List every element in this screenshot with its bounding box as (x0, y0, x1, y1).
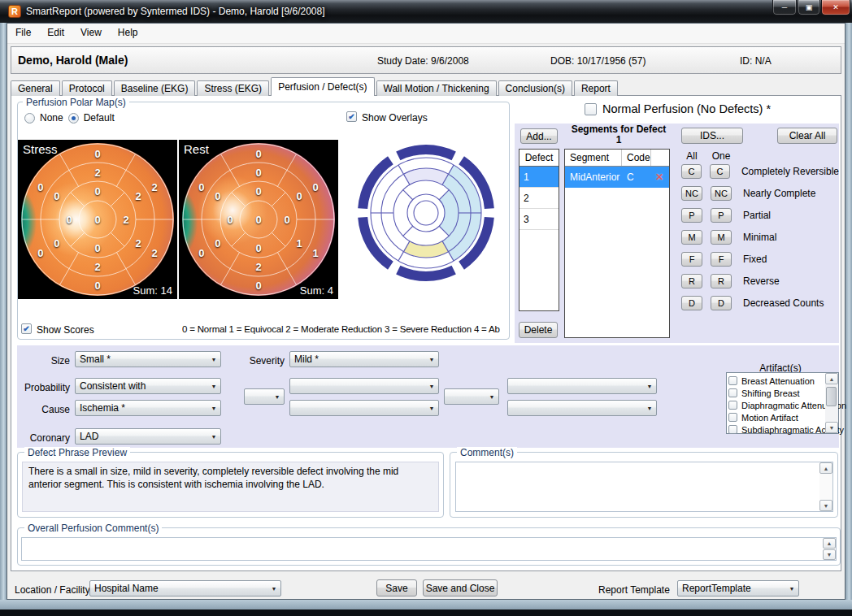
tab-perfusion-defect-s[interactable]: Perfusion / Defect(s) (271, 77, 374, 96)
scroll-up-icon[interactable]: ▲ (825, 373, 838, 384)
scroll-up-icon[interactable]: ▲ (819, 462, 832, 474)
save-button[interactable]: Save (376, 579, 417, 596)
code-all-c-button[interactable]: C (681, 164, 702, 179)
defect-list-item[interactable]: 2 (519, 188, 559, 209)
artifact-checkbox[interactable] (728, 425, 737, 434)
cause-value: Ischemia * (76, 402, 207, 414)
artifact-checkbox[interactable] (728, 388, 737, 397)
code-all-p-button[interactable]: P (681, 208, 702, 223)
defect-list-item[interactable]: 3 (519, 209, 559, 230)
overall-comments-textarea[interactable]: ▲ ▼ (21, 537, 837, 561)
tab-wall-motion-thickening[interactable]: Wall Motion / Thickening (376, 80, 497, 96)
menu-view[interactable]: View (72, 24, 110, 41)
tab-conclusion-s[interactable]: Conclusion(s) (498, 80, 572, 96)
code-one-p-button[interactable]: P (711, 208, 732, 223)
code-one-r-button[interactable]: R (711, 274, 732, 288)
scroll-up-icon[interactable]: ▲ (823, 538, 836, 549)
cause-combo[interactable]: Ischemia *▼ (75, 400, 221, 416)
segment-table[interactable]: Segment Code MidAnteriorC✕ (564, 149, 670, 338)
remove-segment-icon[interactable]: ✕ (651, 171, 667, 183)
artifact-item[interactable]: Breast Attenuation (727, 375, 838, 387)
close-button[interactable]: ✕ (821, 0, 850, 15)
menu-edit[interactable]: Edit (39, 24, 72, 41)
minimize-button[interactable]: ─ (772, 0, 797, 15)
code-all-m-button[interactable]: M (681, 230, 702, 245)
rest-polar-map[interactable]: Rest Sum: 4 00000001200001000 (179, 140, 338, 299)
report-template-combo[interactable]: ReportTemplate▼ (677, 580, 799, 596)
chevron-down-icon: ▼ (207, 434, 220, 440)
probability-combo[interactable]: Consistent with▼ (75, 378, 221, 394)
tab-baseline-ekg[interactable]: Baseline (EKG) (114, 80, 196, 96)
save-and-close-button[interactable]: Save and Close (423, 579, 498, 596)
scroll-down-icon[interactable]: ▼ (819, 500, 832, 511)
scroll-down-icon[interactable]: ▼ (823, 549, 836, 560)
comments-scrollbar[interactable]: ▲ ▼ (819, 462, 832, 511)
severity-combo[interactable]: Mild *▼ (289, 351, 439, 367)
extra-descriptor-combo-1[interactable]: ▼ (289, 378, 439, 394)
code-one-m-button[interactable]: M (711, 230, 732, 245)
tab-protocol[interactable]: Protocol (62, 80, 112, 96)
code-one-c-button[interactable]: C (710, 164, 730, 179)
artifact-checkbox[interactable] (728, 401, 737, 410)
segment-table-row[interactable]: MidAnteriorC✕ (565, 167, 669, 188)
artifact-item[interactable]: Subdiaphragmatic Activity (727, 423, 838, 436)
artifact-checkbox[interactable] (728, 413, 737, 422)
show-scores-checkbox[interactable]: ✔ (21, 323, 32, 334)
code-all-nc-button[interactable]: NC (681, 186, 702, 201)
scroll-down-icon[interactable]: ▼ (825, 422, 838, 433)
minimize-icon: ─ (782, 3, 787, 11)
stress-polar-map[interactable]: Stress Sum: 14 00200222200022000 (18, 140, 177, 299)
conjunction-combo-1[interactable]: ▼ (244, 388, 285, 405)
artifact-item[interactable]: Shifting Breast (727, 387, 838, 399)
polar-radio-default[interactable] (68, 113, 79, 124)
tab-general[interactable]: General (11, 80, 60, 96)
artifacts-listbox[interactable]: Breast AttenuationShifting BreastDiaphra… (726, 372, 839, 434)
maximize-button[interactable]: ▣ (798, 0, 820, 15)
chevron-down-icon: ▼ (643, 384, 656, 389)
overall-comments-scrollbar[interactable]: ▲ ▼ (823, 538, 836, 560)
code-button-row: NCNCNearly Complete (681, 186, 839, 201)
code-button-row: CCCompletely Reversible (681, 164, 839, 179)
artifacts-scrollbar[interactable]: ▲ ▼ (825, 373, 838, 433)
segment-score: 0 (94, 280, 100, 292)
extra-descriptor-combo-4[interactable]: ▼ (507, 400, 657, 416)
tab-stress-ekg[interactable]: Stress (EKG) (197, 80, 269, 96)
menu-file[interactable]: File (7, 24, 39, 41)
add-defect-button[interactable]: Add... (520, 128, 558, 144)
defect-listbox[interactable]: Defect 123 (519, 149, 559, 311)
clear-all-button[interactable]: Clear All (777, 128, 837, 144)
segment-score: 2 (255, 261, 261, 273)
segment-overlay-wheel[interactable] (354, 141, 498, 284)
extra-descriptor-combo-2[interactable]: ▼ (289, 400, 439, 416)
taskbar-strip (0, 609, 852, 616)
coronary-combo[interactable]: LAD▼ (75, 428, 221, 445)
artifact-checkbox[interactable] (728, 376, 737, 385)
location-facility-combo[interactable]: Hospital Name▼ (89, 580, 281, 596)
ids-button[interactable]: IDS... (681, 128, 743, 144)
conjunction-combo-2[interactable]: ▼ (444, 388, 499, 405)
defect-list-item[interactable]: 1 (519, 167, 559, 188)
normal-perfusion-checkbox[interactable]: ✔ (585, 103, 597, 115)
size-combo[interactable]: Small *▼ (75, 351, 221, 367)
code-all-r-button[interactable]: R (681, 274, 702, 288)
artifact-item[interactable]: Motion Artifact (727, 411, 838, 423)
severity-label: Severity (244, 355, 285, 367)
segment-score: 0 (94, 185, 100, 197)
check-icon: ✔ (23, 325, 29, 333)
code-one-nc-button[interactable]: NC (711, 186, 732, 201)
code-one-f-button[interactable]: F (711, 252, 732, 267)
artifact-item[interactable]: Diaphragmatic Attenuation (727, 399, 838, 411)
comments-textarea[interactable]: ▲ ▼ (455, 462, 833, 512)
code-one-d-button[interactable]: D (711, 296, 732, 310)
delete-defect-button[interactable]: Delete (519, 322, 558, 338)
code-all-f-button[interactable]: F (681, 252, 702, 267)
menu-help[interactable]: Help (110, 24, 146, 41)
normal-perfusion-label: Normal Perfusion (No Defects) * (602, 102, 771, 115)
scrollbar-thumb[interactable] (826, 387, 837, 406)
polar-radio-none[interactable] (24, 113, 35, 124)
show-overlays-checkbox[interactable]: ✔ (346, 111, 357, 122)
tab-report[interactable]: Report (574, 80, 618, 96)
window-border-bottom (0, 600, 852, 609)
extra-descriptor-combo-3[interactable]: ▼ (507, 378, 657, 394)
code-all-d-button[interactable]: D (681, 296, 702, 310)
